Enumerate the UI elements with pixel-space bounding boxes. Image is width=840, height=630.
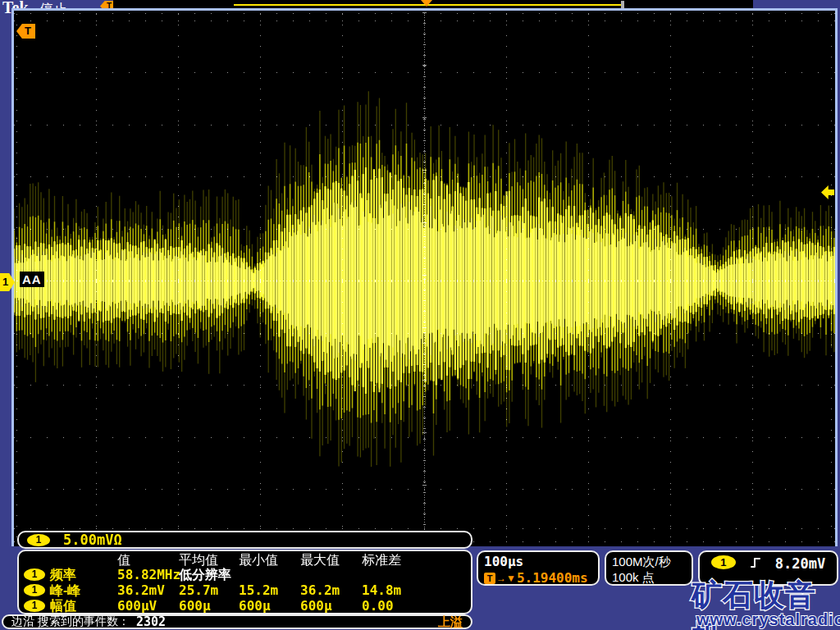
meas-row-channel-badge: 1	[24, 600, 45, 612]
meas-name: 频率	[50, 567, 76, 584]
meas-mean: 25.7m	[179, 582, 218, 598]
meas-max: 600μ	[300, 598, 332, 614]
trigger-level: 8.20mV	[775, 555, 825, 572]
delay-arrow-icon: →▼	[496, 573, 516, 584]
meas-max: 36.2m	[300, 582, 340, 598]
meas-mean: 600μ	[179, 598, 211, 614]
search-event-count: 2302	[136, 614, 166, 629]
search-status-bar[interactable]: 边沿 搜索到的事件数： 2302 上溢	[2, 614, 472, 629]
overflow-indicator: 上溢	[438, 614, 463, 630]
meas-value: 600μV	[117, 598, 157, 614]
trace-label: AA	[20, 272, 44, 287]
meas-std: 14.8m	[362, 582, 401, 598]
channel-1-badge: 1	[27, 534, 50, 546]
meas-row-channel-badge: 1	[24, 584, 45, 596]
trigger-source-badge: 1	[711, 555, 736, 569]
trigger-position-marker-icon[interactable]	[421, 0, 432, 7]
meas-std: 0.00	[362, 598, 394, 614]
trigger-t-icon: T	[484, 573, 495, 584]
scope-graticule	[11, 8, 838, 546]
meas-name: 幅值	[50, 598, 76, 615]
col-header-min: 最小值	[239, 552, 278, 569]
channel-readout[interactable]: 1 5.00mVΩ	[17, 531, 472, 549]
meas-min: 600μ	[239, 598, 271, 614]
col-header-max: 最大值	[300, 552, 340, 569]
search-label: 边沿 搜索到的事件数：	[11, 614, 130, 629]
meas-value: 36.2mV	[117, 582, 165, 598]
meas-row-channel-badge: 1	[24, 568, 45, 581]
meas-mean: 低分辨率	[179, 567, 231, 584]
watermark-url: www.crystalradio.cn	[696, 610, 840, 629]
meas-name: 峰-峰	[50, 582, 80, 600]
horizontal-readout[interactable]: 100μs T →▼ 5.19400ms	[477, 550, 600, 586]
meas-min: 15.2m	[239, 582, 278, 598]
meas-value: 58.82MHz	[117, 567, 180, 582]
rising-edge-icon	[750, 555, 761, 570]
sample-rate: 100M次/秒	[612, 554, 686, 569]
channel-scale: 5.00mVΩ	[63, 532, 122, 548]
trigger-delay: 5.19400ms	[517, 570, 588, 586]
timebase-scale: 100μs	[484, 554, 592, 569]
waveform-canvas	[14, 11, 835, 546]
measurement-panel[interactable]: 值 平均值 最小值 最大值 标准差 1 频率 58.82MHz 低分辨率 1 峰…	[17, 550, 472, 614]
acquisition-readout[interactable]: 100M次/秒 100k 点	[605, 550, 693, 586]
record-length: 100k 点	[612, 569, 686, 585]
col-header-std: 标准差	[362, 552, 401, 569]
